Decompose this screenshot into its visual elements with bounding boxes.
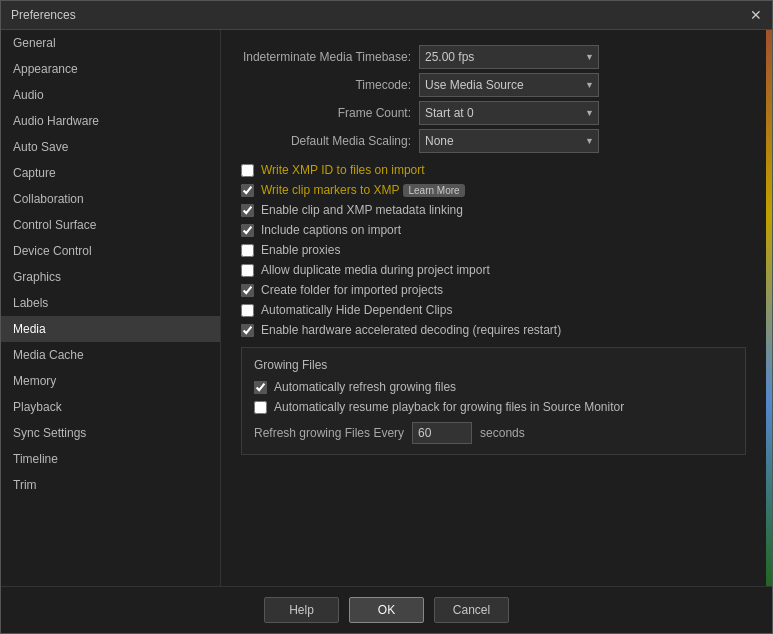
checkbox-row-cb3: Enable clip and XMP metadata linking [241,203,746,217]
checkbox-label-cb9[interactable]: Enable hardware accelerated decoding (re… [261,323,561,337]
checkbox-row-cb8: Automatically Hide Dependent Clips [241,303,746,317]
footer: Help OK Cancel [1,586,772,633]
badge-learn-more[interactable]: Learn More [403,184,464,197]
sidebar-item-capture[interactable]: Capture [1,160,220,186]
dropdown-timecode-[interactable]: Use Media SourceStart at 00:00:00:00 [419,73,599,97]
sidebar-item-media[interactable]: Media [1,316,220,342]
checkbox-cb6[interactable] [241,264,254,277]
checkbox-row-cb2: Write clip markers to XMPLearn More [241,183,746,197]
sidebar-item-labels[interactable]: Labels [1,290,220,316]
refresh-label: Refresh growing Files Every [254,426,404,440]
checkbox-gf2[interactable] [254,401,267,414]
sidebar: GeneralAppearanceAudioAudio HardwareAuto… [1,30,221,586]
checkbox-row-cb1: Write XMP ID to files on import [241,163,746,177]
growing-files-row-gf1: Automatically refresh growing files [254,380,733,394]
checkbox-label-cb4[interactable]: Include captions on import [261,223,401,237]
ok-button[interactable]: OK [349,597,424,623]
help-button[interactable]: Help [264,597,339,623]
checkbox-cb7[interactable] [241,284,254,297]
growing-files-title: Growing Files [254,358,733,372]
select-wrapper: Start at 0Start at 1 [419,101,599,125]
select-wrapper: Use Media SourceStart at 00:00:00:00 [419,73,599,97]
checkbox-cb2[interactable] [241,184,254,197]
sidebar-item-playback[interactable]: Playback [1,394,220,420]
checkbox-label-cb2[interactable]: Write clip markers to XMPLearn More [261,183,465,197]
sidebar-item-general[interactable]: General [1,30,220,56]
checkbox-cb4[interactable] [241,224,254,237]
growing-files-section: Growing FilesAutomatically refresh growi… [241,347,746,455]
title-bar: Preferences ✕ [1,1,772,30]
sidebar-item-collaboration[interactable]: Collaboration [1,186,220,212]
checkbox-row-cb9: Enable hardware accelerated decoding (re… [241,323,746,337]
form-row-default-media-scaling-: Default Media Scaling:NoneScale to Frame… [241,129,746,153]
checkbox-row-cb6: Allow duplicate media during project imp… [241,263,746,277]
field-label: Frame Count: [241,106,411,120]
form-row-indeterminate-media-timebase-: Indeterminate Media Timebase:23.976 fps2… [241,45,746,69]
cancel-button[interactable]: Cancel [434,597,509,623]
checkbox-cb8[interactable] [241,304,254,317]
sidebar-item-device-control[interactable]: Device Control [1,238,220,264]
checkbox-row-cb7: Create folder for imported projects [241,283,746,297]
form-row-timecode-: Timecode:Use Media SourceStart at 00:00:… [241,73,746,97]
field-label: Timecode: [241,78,411,92]
refresh-suffix: seconds [480,426,525,440]
checkbox-label-cb5[interactable]: Enable proxies [261,243,340,257]
sidebar-item-audio[interactable]: Audio [1,82,220,108]
sidebar-item-auto-save[interactable]: Auto Save [1,134,220,160]
close-button[interactable]: ✕ [750,7,762,23]
sidebar-item-sync-settings[interactable]: Sync Settings [1,420,220,446]
checkbox-row-cb4: Include captions on import [241,223,746,237]
field-label: Indeterminate Media Timebase: [241,50,411,64]
checkbox-label-gf1[interactable]: Automatically refresh growing files [274,380,456,394]
checkbox-cb5[interactable] [241,244,254,257]
form-row-frame-count-: Frame Count:Start at 0Start at 1 [241,101,746,125]
dropdown-indeterminate-media-timebase-[interactable]: 23.976 fps24.00 fps25.00 fps29.97 fps30.… [419,45,599,69]
sidebar-item-trim[interactable]: Trim [1,472,220,498]
sidebar-item-control-surface[interactable]: Control Surface [1,212,220,238]
refresh-input[interactable] [412,422,472,444]
checkbox-label-cb1[interactable]: Write XMP ID to files on import [261,163,425,177]
checkbox-label-cb3[interactable]: Enable clip and XMP metadata linking [261,203,463,217]
select-wrapper: NoneScale to Frame SizeSet to Frame Size [419,129,599,153]
sidebar-item-graphics[interactable]: Graphics [1,264,220,290]
checkbox-label-cb8[interactable]: Automatically Hide Dependent Clips [261,303,452,317]
checkbox-gf1[interactable] [254,381,267,394]
main-panel: Indeterminate Media Timebase:23.976 fps2… [221,30,766,586]
content-area: GeneralAppearanceAudioAudio HardwareAuto… [1,30,772,586]
dropdown-default-media-scaling-[interactable]: NoneScale to Frame SizeSet to Frame Size [419,129,599,153]
field-label: Default Media Scaling: [241,134,411,148]
sidebar-item-audio-hardware[interactable]: Audio Hardware [1,108,220,134]
checkbox-label-cb7[interactable]: Create folder for imported projects [261,283,443,297]
dropdown-frame-count-[interactable]: Start at 0Start at 1 [419,101,599,125]
select-wrapper: 23.976 fps24.00 fps25.00 fps29.97 fps30.… [419,45,599,69]
accent-bar [766,30,772,586]
checkbox-cb1[interactable] [241,164,254,177]
sidebar-item-memory[interactable]: Memory [1,368,220,394]
growing-files-row-gf2: Automatically resume playback for growin… [254,400,733,414]
checkbox-cb9[interactable] [241,324,254,337]
checkbox-row-cb5: Enable proxies [241,243,746,257]
dialog-title: Preferences [11,8,76,22]
checkbox-label-cb6[interactable]: Allow duplicate media during project imp… [261,263,490,277]
refresh-row: Refresh growing Files Everyseconds [254,422,733,444]
preferences-dialog: Preferences ✕ GeneralAppearanceAudioAudi… [0,0,773,634]
sidebar-item-appearance[interactable]: Appearance [1,56,220,82]
checkbox-label-gf2[interactable]: Automatically resume playback for growin… [274,400,624,414]
sidebar-item-timeline[interactable]: Timeline [1,446,220,472]
checkbox-cb3[interactable] [241,204,254,217]
sidebar-item-media-cache[interactable]: Media Cache [1,342,220,368]
